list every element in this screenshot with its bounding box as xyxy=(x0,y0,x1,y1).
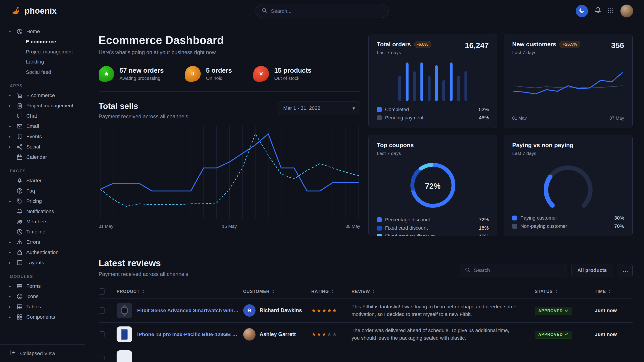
row-checkbox[interactable] xyxy=(99,308,105,314)
select-all-checkbox[interactable] xyxy=(99,289,105,295)
legend-row-fixed-card-discount: Fixed card discount18% xyxy=(377,225,489,231)
calendar-icon xyxy=(16,154,23,160)
total-orders-value: 16,247 xyxy=(465,41,489,50)
reviews-table-header: PRODUCTCUSTOMERRATINGREVIEWSTATUSTIME xyxy=(99,285,632,299)
global-search-input[interactable] xyxy=(271,8,383,14)
sort-icon xyxy=(272,290,275,294)
stat-value: 15 products xyxy=(274,67,311,74)
chevron-right-icon: ▸ xyxy=(9,239,13,245)
total-orders-badge: -6.8% xyxy=(414,41,432,48)
sidebar-item-notifications[interactable]: Notifications xyxy=(0,206,85,217)
sidebar-item-calendar[interactable]: Calendar xyxy=(0,152,85,162)
column-header-product[interactable]: PRODUCT xyxy=(116,289,240,294)
chevron-right-icon: ▸ xyxy=(9,133,13,140)
review-text: This Fitbit is fantastic! I was trying t… xyxy=(352,303,532,318)
share-icon xyxy=(16,144,23,150)
sidebar-subitem-landing[interactable]: Landing xyxy=(0,57,85,67)
latest-reviews-subtitle: Payment received across all channels xyxy=(99,271,188,277)
divider xyxy=(99,91,360,92)
sidebar-item-pricing[interactable]: ▸Pricing xyxy=(0,196,85,206)
user-avatar[interactable] xyxy=(620,4,634,18)
donut-center-value: 72% xyxy=(407,159,459,213)
product-link[interactable]: Fitbit Sense Advanced Smartwatch with To… xyxy=(137,308,240,314)
sidebar-item-tables[interactable]: ▸Tables xyxy=(0,302,85,312)
column-header-review[interactable]: REVIEW xyxy=(352,289,532,294)
theme-toggle-moon-icon[interactable] xyxy=(576,5,588,17)
legend-swatch xyxy=(377,226,382,231)
sidebar-item-e-commerce[interactable]: ▸E commerce xyxy=(0,90,85,101)
legend-swatch xyxy=(377,234,382,237)
sidebar-item-members[interactable]: Members xyxy=(0,216,85,227)
sidebar-subitem-project-management[interactable]: Project management xyxy=(0,47,85,57)
all-products-filter-button[interactable]: All products xyxy=(572,264,613,277)
legend-value: 10% xyxy=(479,233,489,237)
review-time: Just now xyxy=(595,308,632,314)
chevron-down-icon: ▾ xyxy=(9,28,13,35)
review-text: The order was delivered ahead of schedul… xyxy=(352,327,532,342)
kpi-cards-grid: Total orders -6.8% Last 7 days 16,247 Co… xyxy=(368,34,632,237)
column-header-time[interactable]: TIME xyxy=(595,289,632,294)
collapsed-view-toggle[interactable]: Collapsed View xyxy=(0,344,85,362)
total-orders-title: Total orders xyxy=(377,41,411,48)
legend-row-completed: Completed52% xyxy=(377,107,489,112)
page-subtitle: Here's what's going on at your business … xyxy=(99,49,360,55)
chevron-right-icon: ▸ xyxy=(9,260,13,266)
sidebar-item-label: Icons xyxy=(26,293,38,300)
review-row-1: Fitbit Sense Advanced Smartwatch with To… xyxy=(99,299,632,322)
legend-value: 18% xyxy=(479,225,489,231)
sidebar-item-events[interactable]: ▸Events xyxy=(0,131,85,142)
rating-stars: ★★★★★ xyxy=(311,308,348,314)
phoenix-logo[interactable]: phoenix xyxy=(11,6,57,16)
paying-gauge-chart xyxy=(512,156,624,215)
sidebar-item-forms[interactable]: ▸Forms xyxy=(0,281,85,291)
legend-swatch xyxy=(377,217,382,222)
sidebar-item-project-management[interactable]: ▸Project management xyxy=(0,101,85,111)
legend-label: Completed xyxy=(385,107,476,112)
sidebar-item-icons[interactable]: ▸Icons xyxy=(0,291,85,302)
brand-name: phoenix xyxy=(24,6,56,16)
sidebar-item-layouts[interactable]: ▸Layouts xyxy=(0,258,85,268)
sidebar-item-social[interactable]: ▸Social xyxy=(0,142,85,152)
sidebar-item-faq[interactable]: Faq xyxy=(0,186,85,196)
chevron-right-icon: ▸ xyxy=(9,144,13,150)
notifications-bell-icon[interactable] xyxy=(594,7,601,15)
row-checkbox[interactable] xyxy=(99,355,105,361)
cart-icon xyxy=(16,92,23,99)
sidebar-item-timeline[interactable]: Timeline xyxy=(0,227,85,237)
sidebar-item-label: Chat xyxy=(26,113,37,119)
row-checkbox[interactable] xyxy=(99,331,105,338)
total-orders-legend: Completed52%Pending payment48% xyxy=(377,107,489,121)
product-link[interactable]: iPhone 13 pro max-Pacific Blue-128GB sto… xyxy=(137,331,240,338)
column-header-customer[interactable]: CUSTOMER xyxy=(243,289,308,294)
sidebar-item-authentication[interactable]: ▸Authentication xyxy=(0,247,85,258)
column-header-status[interactable]: STATUS xyxy=(535,289,592,294)
forms-icon xyxy=(16,283,23,289)
reviews-search-input[interactable] xyxy=(474,267,562,273)
top-navbar: phoenix xyxy=(0,0,644,22)
sort-icon xyxy=(331,290,334,294)
question-icon xyxy=(16,188,23,194)
star-seal-icon xyxy=(99,66,114,82)
apps-grid-icon[interactable] xyxy=(608,7,614,15)
more-actions-button[interactable]: ... xyxy=(617,264,632,277)
sidebar-subitem-social-feed[interactable]: Social feed xyxy=(0,67,85,77)
new-customers-x-labels: 01 May07 May xyxy=(512,113,624,121)
review-time: Just now xyxy=(595,331,632,338)
stat-label: Out of stock xyxy=(274,76,311,81)
sort-icon xyxy=(372,290,375,294)
sidebar-item-label: Members xyxy=(26,219,48,225)
sidebar-item-starter[interactable]: Starter xyxy=(0,176,85,186)
global-search[interactable] xyxy=(256,4,389,18)
sidebar-item-errors[interactable]: ▸Errors xyxy=(0,237,85,247)
sidebar-item-label: E commerce xyxy=(26,92,55,99)
sidebar-item-email[interactable]: ▸Email xyxy=(0,121,85,131)
sidebar-item-components[interactable]: ▸Components xyxy=(0,312,85,322)
legend-swatch xyxy=(377,107,382,112)
reviews-table: PRODUCTCUSTOMERRATINGREVIEWSTATUSTIME Fi… xyxy=(99,285,632,362)
sidebar-item-home[interactable]: ▾Home xyxy=(0,26,85,36)
sidebar-item-chat[interactable]: Chat xyxy=(0,111,85,121)
reviews-search[interactable] xyxy=(460,264,567,277)
date-range-select[interactable]: Mar 1 - 31, 2022 ▾ xyxy=(278,101,360,115)
column-header-rating[interactable]: RATING xyxy=(311,289,348,294)
sidebar-subitem-e-commerce[interactable]: E commerce xyxy=(0,36,85,46)
